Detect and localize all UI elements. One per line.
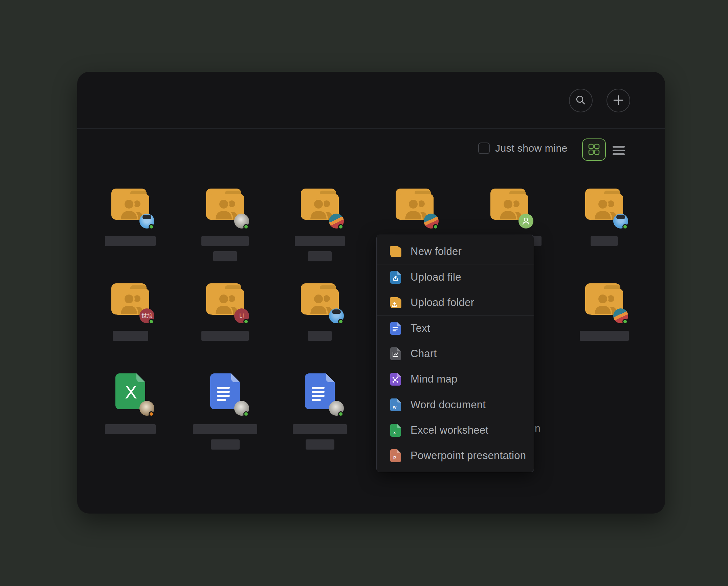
grid-view-button[interactable] [582, 138, 606, 161]
grid-item-folder[interactable] [272, 187, 367, 220]
svg-text:x: x [393, 430, 396, 435]
presence-dot [433, 224, 438, 230]
chart-doc-icon [390, 347, 402, 360]
svg-text:X: X [125, 382, 137, 402]
menu-section: w Word document x Excel worksheet P Powe… [377, 392, 534, 468]
add-button[interactable] [606, 89, 630, 112]
menu-item-powerpoint-presentation[interactable]: P Powerpoint presentation [377, 443, 534, 468]
list-view-button[interactable] [611, 143, 626, 158]
grid-item-file[interactable] [272, 373, 367, 409]
presence-dot [243, 319, 249, 324]
menu-item-label: Text [411, 322, 430, 334]
context-menu: New folder Upload file Upload folder Tex… [376, 235, 534, 472]
label-skeleton [113, 331, 148, 341]
grid-item-folder[interactable] [178, 187, 272, 220]
label-skeleton [105, 424, 156, 434]
menu-item-label: New folder [411, 245, 462, 258]
presence-dot [338, 411, 344, 417]
app-window: Just show mine [77, 72, 665, 514]
grid-view-icon [588, 143, 600, 156]
search-button[interactable] [569, 89, 593, 112]
menu-item-excel-worksheet[interactable]: x Excel worksheet [377, 417, 534, 443]
label-skeleton [308, 331, 332, 341]
mindmap-doc-icon [390, 373, 402, 386]
upload-folder-icon [390, 297, 402, 308]
just-show-mine-checkbox[interactable] [478, 143, 490, 154]
presence-dot [149, 319, 154, 324]
menu-item-upload-file[interactable]: Upload file [377, 264, 534, 290]
label-skeleton [293, 424, 347, 434]
svg-text:P: P [393, 455, 396, 460]
svg-text:w: w [393, 405, 397, 410]
menu-item-label: Mind map [411, 373, 458, 385]
presence-dot [149, 224, 154, 230]
label-skeleton [211, 439, 240, 450]
menu-section: Text Chart Mind map [377, 315, 534, 392]
list-view-icon [613, 146, 625, 148]
menu-section: New folder [377, 239, 534, 264]
label-skeleton [306, 439, 334, 450]
desktop-background: Just show mine [0, 0, 728, 586]
label-skeleton [201, 236, 249, 246]
menu-item-label: Chart [411, 348, 437, 360]
grid-item-folder[interactable] [272, 282, 367, 315]
upload-file-icon [390, 271, 402, 284]
label-skeleton [308, 251, 332, 261]
menu-section: Upload file Upload folder [377, 264, 534, 315]
menu-item-label: Excel worksheet [411, 424, 488, 436]
presence-dot [338, 319, 344, 324]
word-doc-icon: w [390, 398, 402, 411]
grid-item-folder[interactable] [462, 187, 557, 220]
label-skeleton [213, 251, 237, 261]
new-folder-icon [390, 246, 402, 257]
grid-item-folder[interactable] [83, 187, 178, 220]
label-skeleton [295, 236, 345, 246]
menu-item-word-document[interactable]: w Word document [377, 392, 534, 417]
menu-item-label: Powerpoint presentation [411, 450, 526, 462]
presence-dot [338, 224, 344, 230]
avatar-initials: 世旭 [141, 313, 152, 319]
presence-dot [243, 224, 249, 230]
label-skeleton [591, 236, 618, 246]
menu-item-text[interactable]: Text [377, 316, 534, 341]
presence-dot [622, 319, 628, 324]
text-doc-icon [390, 322, 402, 335]
grid-item-folder[interactable] [557, 282, 652, 315]
just-show-mine-filter[interactable]: Just show mine [478, 143, 568, 154]
excel-doc-icon: x [390, 424, 402, 437]
menu-item-upload-folder[interactable]: Upload folder [377, 290, 534, 315]
menu-item-label: Upload folder [411, 297, 474, 309]
menu-item-new-folder[interactable]: New folder [377, 239, 534, 264]
menu-item-chart[interactable]: Chart [377, 341, 534, 366]
window-header [77, 72, 665, 129]
menu-item-mind-map[interactable]: Mind map [377, 366, 534, 392]
presence-dot [149, 411, 154, 417]
menu-item-label: Word document [411, 399, 486, 411]
presence-dot [243, 411, 249, 417]
grid-item-folder[interactable]: LI [178, 282, 272, 315]
plus-icon [613, 94, 624, 107]
grid-item-folder[interactable] [367, 187, 462, 220]
grid-item-file[interactable] [178, 373, 272, 409]
powerpoint-doc-icon: P [390, 449, 402, 462]
occluded-label-fragment: n [535, 422, 541, 434]
menu-item-label: Upload file [411, 271, 461, 283]
search-icon [575, 94, 587, 107]
label-skeleton [201, 331, 249, 341]
presence-dot [622, 224, 628, 230]
label-skeleton [193, 424, 257, 434]
just-show-mine-label: Just show mine [495, 143, 568, 154]
grid-item-file[interactable]: X [83, 373, 178, 409]
label-skeleton [105, 236, 156, 246]
avatar-initials: LI [239, 313, 244, 319]
grid-item-folder[interactable]: 世旭 [83, 282, 178, 315]
member-avatar [519, 214, 533, 229]
label-skeleton [580, 331, 629, 341]
person-icon [521, 216, 531, 226]
grid-item-folder[interactable] [557, 187, 652, 220]
